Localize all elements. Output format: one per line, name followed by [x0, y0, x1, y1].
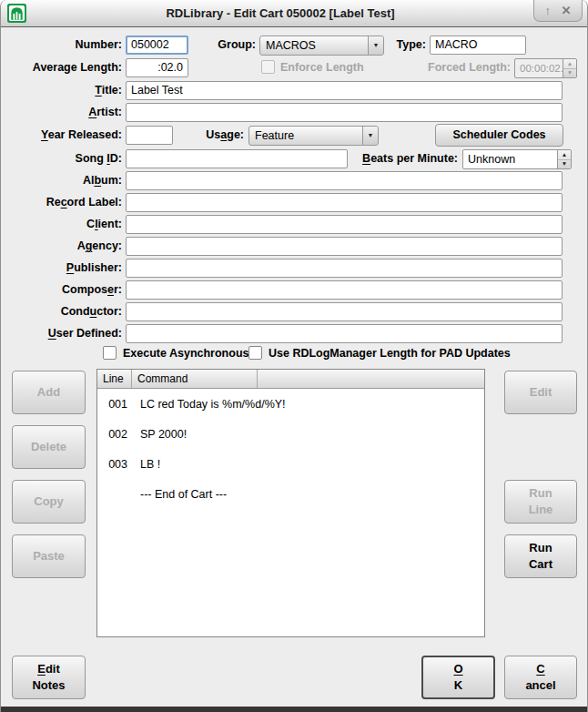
publisher-label: Publisher: [10, 259, 122, 278]
spinner-arrows[interactable]: ▲▼ [563, 59, 576, 77]
enforce-length-label: Enforce Length [280, 60, 364, 75]
usage-label: Usage: [187, 126, 244, 145]
beats-per-minute-label: Beats per Minute: [356, 149, 458, 168]
execute-asynchronously-label: Execute Asynchronously [123, 346, 259, 361]
column-header-spacer [258, 370, 484, 388]
usage-value: Feature [255, 129, 294, 142]
record-label-label: Record Label: [10, 193, 122, 212]
edit-notes-button[interactable]: Edit Notes [12, 656, 86, 699]
album-input[interactable] [126, 171, 563, 190]
type-field: MACRO [430, 36, 526, 55]
agency-input[interactable] [126, 237, 563, 256]
artist-label: Artist: [10, 103, 122, 122]
album-label: Album: [10, 171, 122, 190]
table-row[interactable]: 001 LC red Today is %m/%d/%Y! [97, 389, 484, 419]
macro-line-number: 001 [97, 398, 132, 411]
record-label-input[interactable] [126, 193, 563, 212]
song-id-input[interactable] [126, 149, 348, 168]
average-length-label: Average Length: [10, 58, 122, 77]
edit-button[interactable]: Edit [504, 371, 577, 414]
user-defined-label: User Defined: [10, 324, 122, 343]
macro-line-number: 002 [97, 428, 132, 441]
table-row[interactable]: 003 LB ! [97, 449, 484, 479]
group-select[interactable]: MACROS ▼ [259, 36, 384, 56]
usage-select[interactable]: Feature ▼ [248, 126, 379, 146]
average-length-input[interactable]: :02.0 [126, 58, 188, 77]
paste-button[interactable]: Paste [12, 534, 86, 578]
table-row[interactable]: 002 SP 2000! [97, 419, 484, 449]
user-defined-input[interactable] [126, 324, 563, 343]
macro-command: SP 2000! [132, 428, 187, 441]
titlebar[interactable]: RDLibrary - Edit Cart 050002 [Label Test… [1, 0, 587, 27]
run-line-label-1: Run [529, 485, 552, 502]
run-line-label-2: Line [529, 502, 553, 518]
window-title: RDLibrary - Edit Cart 050002 [Label Test… [37, 0, 523, 26]
publisher-input[interactable] [126, 259, 563, 278]
beats-per-minute-spinbox[interactable]: Unknown ▲▼ [462, 149, 572, 169]
year-released-input[interactable] [126, 126, 173, 145]
column-header-line[interactable]: Line [97, 370, 132, 388]
forced-length-label: Forced Length: [398, 58, 511, 77]
composer-input[interactable] [126, 280, 563, 300]
window-frame-bottom [1, 707, 587, 712]
chevron-down-icon[interactable]: ▼ [362, 127, 378, 145]
spin-down-icon[interactable]: ▼ [563, 69, 576, 78]
forced-length-spinbox[interactable]: 00:00:02.0 ▲▼ [514, 58, 577, 78]
title-input[interactable]: Label Test [126, 81, 563, 100]
rdlogmanager-pad-label: Use RDLogManager Length for PAD Updates [269, 346, 511, 361]
group-label: Group: [196, 36, 256, 55]
conductor-label: Conductor: [10, 302, 122, 321]
run-line-button[interactable]: Run Line [504, 480, 577, 524]
window-controls: ↑ ✕ [533, 0, 583, 22]
client-input[interactable] [126, 215, 563, 234]
table-row[interactable]: --- End of Cart --- [97, 479, 484, 509]
macro-command: --- End of Cart --- [132, 488, 227, 501]
rdlogmanager-pad-checkbox[interactable] [248, 346, 262, 360]
spinner-arrows[interactable]: ▲▼ [557, 150, 571, 168]
macro-table[interactable]: Line Command 001 LC red Today is %m/%d/%… [96, 369, 485, 637]
beats-per-minute-value: Unknown [468, 153, 515, 166]
macro-line-number: 003 [97, 458, 132, 471]
run-cart-label-1: Run [529, 540, 552, 556]
column-header-command[interactable]: Command [132, 370, 258, 388]
copy-button[interactable]: Copy [12, 480, 86, 524]
ok-button[interactable]: OK [421, 656, 495, 699]
macro-table-header: Line Command [97, 370, 484, 389]
number-input[interactable]: 050002 [126, 36, 188, 55]
add-button[interactable]: Add [12, 371, 86, 414]
run-cart-label-2: Cart [529, 556, 553, 573]
title-label: Title: [10, 81, 122, 100]
conductor-input[interactable] [126, 302, 563, 321]
shade-window-icon[interactable]: ↑ [545, 5, 552, 16]
spin-down-icon[interactable]: ▼ [558, 160, 571, 169]
run-cart-button[interactable]: Run Cart [504, 534, 577, 578]
song-id-label: Song ID: [10, 149, 122, 168]
spin-up-icon[interactable]: ▲ [563, 59, 576, 69]
agency-label: Agency: [10, 237, 122, 256]
year-released-label: Year Released: [10, 126, 122, 145]
delete-button[interactable]: Delete [12, 425, 86, 469]
cancel-button[interactable]: Cancel [504, 656, 577, 699]
edit-notes-label-2: Notes [32, 677, 65, 694]
spin-up-icon[interactable]: ▲ [558, 150, 571, 160]
rivendell-logo-icon [7, 4, 26, 23]
group-value: MACROS [266, 39, 316, 52]
number-label: Number: [10, 36, 122, 55]
composer-label: Composer: [10, 280, 122, 300]
close-window-icon[interactable]: ✕ [562, 5, 572, 16]
edit-cart-window: RDLibrary - Edit Cart 050002 [Label Test… [0, 0, 588, 712]
edit-notes-label-1: Edit [37, 661, 60, 677]
type-label: Type: [369, 36, 426, 55]
artist-input[interactable] [126, 103, 563, 122]
macro-command: LB ! [132, 458, 160, 471]
execute-asynchronously-checkbox[interactable] [103, 346, 117, 360]
macro-command: LC red Today is %m/%d/%Y! [132, 398, 286, 411]
scheduler-codes-button[interactable]: Scheduler Codes [435, 124, 563, 147]
client-label: Client: [10, 215, 122, 234]
enforce-length-checkbox[interactable] [261, 60, 275, 74]
